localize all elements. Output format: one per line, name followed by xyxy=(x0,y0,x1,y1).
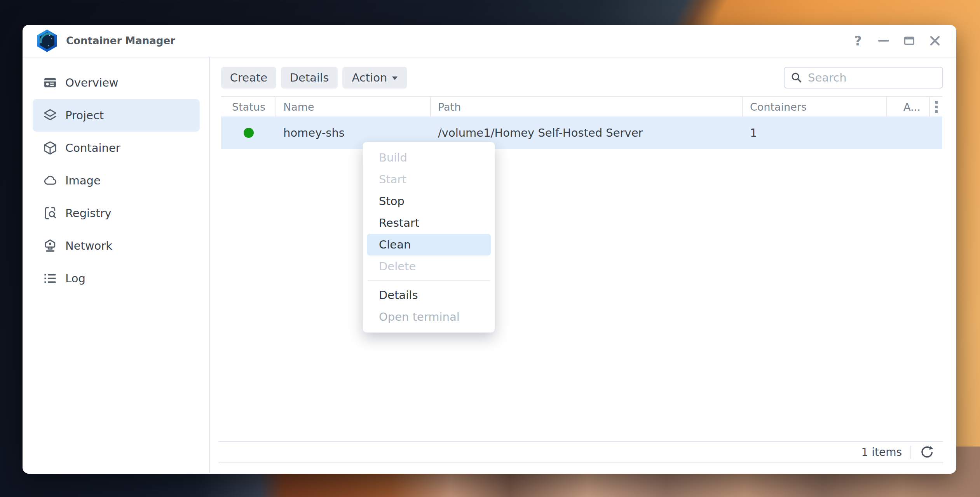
items-count: 1 items xyxy=(861,446,902,459)
refresh-icon[interactable] xyxy=(920,445,934,459)
window-title: Container Manager xyxy=(66,35,175,47)
column-header-containers[interactable]: Containers xyxy=(743,97,887,116)
network-icon xyxy=(43,238,58,253)
sidebar-item-overview[interactable]: Overview xyxy=(33,66,200,99)
menu-item-delete: Delete xyxy=(363,255,495,277)
action-dropdown-button[interactable]: Action xyxy=(342,67,407,89)
column-settings-kebab-icon[interactable] xyxy=(935,101,938,113)
sidebar-item-label: Overview xyxy=(65,76,119,89)
menu-item-details[interactable]: Details xyxy=(363,284,495,306)
search-input[interactable] xyxy=(808,71,936,84)
container-manager-window: Container Manager ? xyxy=(23,25,956,474)
footer-divider xyxy=(910,446,911,459)
container-icon xyxy=(43,141,58,155)
menu-item-clean[interactable]: Clean xyxy=(367,234,491,255)
close-icon[interactable] xyxy=(928,34,942,47)
menu-item-open-terminal: Open terminal xyxy=(363,306,495,328)
column-header-status[interactable]: Status xyxy=(221,97,276,116)
sidebar-item-registry[interactable]: Registry xyxy=(33,197,200,229)
minimize-icon[interactable] xyxy=(877,34,890,47)
registry-icon xyxy=(43,206,58,221)
help-icon[interactable]: ? xyxy=(851,34,865,47)
sidebar-item-log[interactable]: Log xyxy=(33,262,200,295)
sidebar-item-container[interactable]: Container xyxy=(33,132,200,164)
log-icon xyxy=(43,271,58,286)
sidebar: Overview Project Container xyxy=(23,57,210,473)
create-button[interactable]: Create xyxy=(221,67,276,89)
sidebar-item-image[interactable]: Image xyxy=(33,164,200,197)
container-manager-app-icon xyxy=(37,29,58,52)
table-footer: 1 items xyxy=(218,441,943,463)
status-running-dot xyxy=(244,128,254,138)
sidebar-item-label: Container xyxy=(65,141,120,155)
search-box xyxy=(784,67,943,89)
menu-item-start: Start xyxy=(363,169,495,190)
sidebar-item-project[interactable]: Project xyxy=(33,99,200,132)
menu-item-stop[interactable]: Stop xyxy=(363,190,495,212)
row-containers-cell: 1 xyxy=(743,116,887,149)
column-options-cell xyxy=(930,97,942,116)
menu-item-build: Build xyxy=(363,147,495,169)
titlebar: Container Manager ? xyxy=(23,25,956,57)
sidebar-item-label: Project xyxy=(65,109,104,122)
main-panel: Create Details Action Statu xyxy=(210,57,956,473)
sidebar-item-network[interactable]: Network xyxy=(33,229,200,262)
maximize-icon[interactable] xyxy=(903,34,916,47)
sidebar-item-label: Network xyxy=(65,239,112,252)
image-icon xyxy=(43,173,58,188)
desktop-wallpaper: Container Manager ? xyxy=(0,0,980,497)
project-icon xyxy=(43,108,58,123)
column-header-name[interactable]: Name xyxy=(276,97,431,116)
sidebar-item-label: Registry xyxy=(65,207,112,220)
table-row[interactable]: homey-shs /volume1/Homey Self-Hosted Ser… xyxy=(221,116,942,149)
column-header-path[interactable]: Path xyxy=(431,97,743,116)
search-icon xyxy=(791,72,802,83)
row-status-cell xyxy=(221,116,276,149)
toolbar: Create Details Action xyxy=(221,67,407,89)
action-dropdown-label: Action xyxy=(352,71,387,84)
table-header: Status Name Path Containers A... xyxy=(221,96,942,116)
action-context-menu: Build Start Stop Restart Clean Delete De… xyxy=(363,142,495,333)
overview-icon xyxy=(43,75,58,90)
sidebar-item-label: Log xyxy=(65,272,85,285)
column-header-action[interactable]: A... xyxy=(887,97,930,116)
menu-item-restart[interactable]: Restart xyxy=(363,212,495,234)
window-controls: ? xyxy=(851,34,942,47)
menu-divider xyxy=(368,280,490,281)
details-button[interactable]: Details xyxy=(281,67,338,89)
chevron-down-icon xyxy=(392,76,398,80)
sidebar-item-label: Image xyxy=(65,174,101,187)
